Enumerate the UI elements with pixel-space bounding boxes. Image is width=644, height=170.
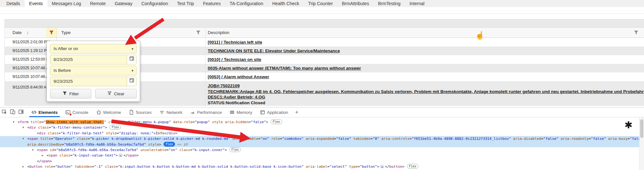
funnel-clear-icon — [107, 91, 112, 97]
event-description-link[interactable]: TECHNICIAN ON SITE ELE: Elevator Under S… — [208, 48, 340, 53]
inspect-icon — [2, 109, 7, 116]
devtools-tab-performance[interactable]: Performance — [186, 107, 226, 117]
event-description-link[interactable]: 0035-Alarm without answer (ETMA/TAM): To… — [208, 66, 361, 71]
filter-operator-top-dropdown[interactable]: Is After or on ▾ — [50, 44, 137, 54]
application-icon — [260, 110, 265, 115]
dom-tree-node[interactable]: </span> — [0, 158, 639, 164]
description-filter-icon[interactable] — [634, 30, 639, 35]
tab-health-check[interactable]: Health Check — [268, 0, 304, 7]
column-header-type[interactable]: Type — [61, 30, 71, 35]
sources-icon — [129, 110, 134, 115]
dom-tree-node[interactable]: ▼<span title="Operator" class="k-picker … — [0, 136, 639, 141]
tab-gateway[interactable]: Gateway — [110, 0, 137, 7]
filter-date-top-input[interactable]: 8/23/2025 — [50, 55, 137, 64]
devtools-tab-memory[interactable]: Memory — [226, 107, 256, 117]
filter-operator-bottom-dropdown[interactable]: Is Before ▾ — [50, 66, 137, 75]
chevron-down-icon[interactable]: ▾ — [131, 66, 133, 75]
device-toolbar-button[interactable] — [8, 107, 17, 117]
tab-remote[interactable]: Remote — [86, 0, 110, 7]
devtools-tab-label: Console — [72, 110, 88, 115]
dom-tree: ▼<form title="Show items with value that… — [0, 117, 639, 170]
devtools-tab-label: Sources — [136, 110, 152, 115]
type-filter-icon[interactable] — [196, 30, 201, 35]
filter-actions: Filter Clear — [50, 89, 137, 98]
filter-button[interactable]: Filter — [50, 89, 91, 98]
inspect-element-button[interactable] — [0, 107, 8, 117]
dom-tree-node[interactable]: <div class="k-filter-help-text" style="d… — [0, 131, 639, 136]
device-icon — [10, 109, 15, 116]
dom-tree-node[interactable]: ▶<button role="button" tabindex="-1" cla… — [0, 164, 639, 169]
tab-internal[interactable]: Internal — [405, 0, 429, 7]
dom-tree-node[interactable]: ▼<form title="Show items with value that… — [0, 119, 639, 125]
home-icon — [96, 110, 101, 115]
elements-icon — [31, 110, 37, 115]
date-filter-popup: Is After or on ▾ 8/23/2025 Is Before ▾ 9… — [46, 41, 140, 102]
calendar-button[interactable] — [127, 55, 136, 64]
date-filter-button[interactable] — [46, 28, 57, 38]
expand-toggle-icon[interactable]: ▶ — [22, 164, 27, 169]
description-cell: [0010] / Technician on site — [205, 55, 644, 64]
mouse-cursor-hand: ☝ — [475, 31, 485, 40]
dom-tree-node[interactable]: ▼<div class="k-filter-menu-container">fl… — [0, 125, 639, 130]
expand-toggle-icon[interactable]: ▼ — [22, 136, 27, 141]
devtools-tab-welcome[interactable]: Welcome — [92, 107, 125, 117]
devtools-tab-network[interactable]: Network — [155, 107, 186, 117]
scrollbar-thumb[interactable] — [640, 119, 643, 138]
tab-configuration[interactable]: Configuration — [137, 0, 172, 7]
devtools-tab-label: Application — [267, 110, 288, 115]
chevron-down-icon[interactable]: ▾ — [131, 44, 133, 53]
dom-tree-node[interactable]: aria-describedby="b8a50fc5-fd9a-4a86-b56… — [0, 142, 639, 147]
devtools-tab-application[interactable]: Application — [256, 107, 292, 117]
tab-messages-log[interactable]: Messages Log — [47, 0, 86, 7]
tab-events[interactable]: Events — [25, 0, 47, 7]
tab-test-trip[interactable]: Test Trip — [172, 0, 198, 7]
dom-tree-node[interactable]: ▼<span id="b8a50fc5-fd9a-4a86-b56a-5ece4… — [0, 147, 639, 153]
filter-operator-top-value: Is After or on — [54, 44, 136, 53]
devtools-scrollbar[interactable] — [639, 117, 644, 170]
tab-trip-counter[interactable]: Trip Counter — [304, 0, 337, 7]
event-description-link[interactable]: TECHREMARK:Anlage AB im 4. OG, Fehlerspe… — [208, 89, 644, 95]
devtools-tab-elements[interactable]: Elements — [28, 107, 62, 117]
description-cell: 0035-Alarm without answer (ETMA/TAM): To… — [205, 64, 644, 72]
column-header-description[interactable]: Description — [208, 30, 230, 35]
tab-ta-configuration[interactable]: TA-Configuration — [225, 0, 268, 7]
expand-toggle-icon[interactable]: ▼ — [32, 147, 37, 153]
more-tabs-button[interactable]: + — [292, 107, 302, 117]
calendar-button[interactable] — [127, 77, 136, 86]
tab-features[interactable]: Features — [198, 0, 225, 7]
description-cell: TECHNICIAN ON SITE ELE: Elevator Under S… — [205, 47, 644, 55]
column-header-date[interactable]: Date — [13, 30, 22, 35]
tab-brmattributes[interactable]: BrmAttributes — [338, 0, 374, 7]
devtools-tab-label: Network — [166, 110, 182, 115]
event-description-link[interactable]: JOB#:75022109 — [208, 83, 644, 89]
devtools-tab-console[interactable]: Console — [62, 107, 92, 117]
devtools-tab-list: ElementsConsoleWelcomeSourcesNetworkPerf… — [28, 107, 302, 117]
grid-header: Date ↓ Type Description — [5, 28, 644, 38]
tab-details[interactable]: Details — [2, 0, 25, 7]
filter-funnel-icon-active — [49, 30, 54, 35]
expand-toggle-icon[interactable]: ▼ — [22, 125, 27, 130]
app-tab-strip: DetailsEventsMessages LogRemoteGatewayCo… — [0, 0, 644, 7]
devtools-tab-label: Performance — [197, 110, 222, 115]
screen: DetailsEventsMessages LogRemoteGatewayCo… — [0, 0, 644, 170]
event-description-link[interactable]: [0011] / Technician left site — [208, 40, 262, 45]
event-description-link[interactable]: STATUS:Notification Closed — [208, 100, 644, 106]
devtools-tab-sources[interactable]: Sources — [125, 107, 156, 117]
clear-button[interactable]: Clear — [95, 89, 137, 98]
expand-toggle-icon[interactable]: ▼ — [13, 119, 18, 125]
devtools-tab-bar: ElementsConsoleWelcomeSourcesNetworkPerf… — [0, 107, 644, 117]
dock-side-button[interactable] — [17, 107, 25, 117]
devtools-tab-label: Memory — [237, 110, 252, 115]
column-divider — [205, 28, 206, 38]
tab-brmtesting[interactable]: BrmTesting — [373, 0, 405, 7]
funnel-icon — [63, 91, 67, 97]
event-description-link[interactable]: [0053] / Alarm without Answer — [208, 74, 269, 79]
grid-toolbar — [5, 19, 644, 28]
expand-toggle-icon[interactable]: ▶ — [42, 153, 46, 158]
dom-tree-node[interactable]: ▶<span class="k-input-value-text">…</spa… — [0, 153, 639, 158]
event-description-link[interactable]: DESC1:Außer Betrieb; 4.OG — [208, 94, 644, 100]
event-description-link[interactable]: [0010] / Technician on site — [208, 57, 261, 62]
filter-date-bottom-input[interactable]: 9/23/2025 — [50, 77, 137, 86]
description-cell: [0053] / Alarm without Answer — [205, 72, 644, 81]
calendar-icon — [129, 77, 134, 86]
